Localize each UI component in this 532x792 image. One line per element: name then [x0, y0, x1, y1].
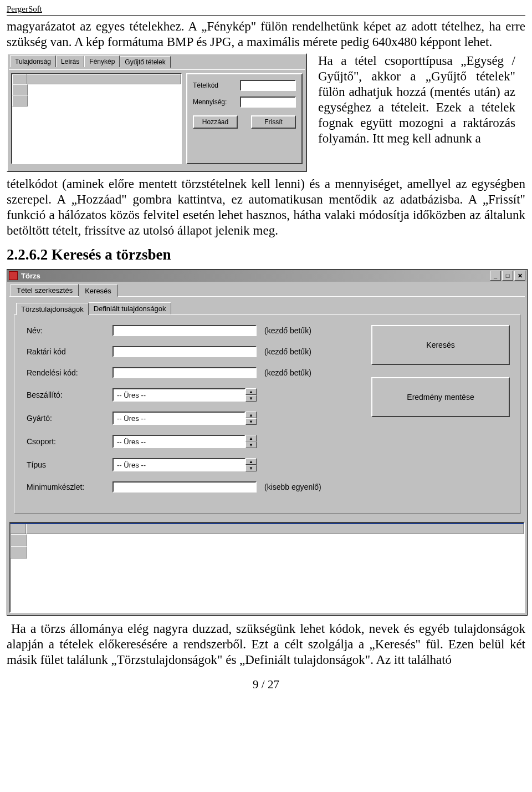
- paragraph-1-right: Ha a tétel csoporttípusa „Egység / Gyűjt…: [318, 53, 515, 146]
- page-number: 9 / 27: [7, 678, 525, 692]
- window-torzs: Törzs _ □ ✕ Tétel szerkesztés Keresés Tö…: [7, 269, 528, 616]
- label-tetelkod: Tételkód: [193, 82, 240, 89]
- tab-leiras[interactable]: Leírás: [56, 55, 84, 67]
- combo-csoport[interactable]: -- Üres -- ▲▼: [112, 435, 257, 448]
- app-icon: [9, 271, 18, 280]
- input-rendelesi-kod[interactable]: [112, 367, 257, 378]
- hint-minimumkeszlet: (kisebb egyenlő): [264, 483, 321, 491]
- spin-down-icon[interactable]: ▼: [245, 395, 257, 402]
- combo-beszallito[interactable]: -- Üres -- ▲▼: [112, 388, 257, 402]
- page-header: PergerSoft: [7, 4, 525, 16]
- grid-row-1[interactable]: [12, 84, 28, 95]
- button-frissit[interactable]: Frissít: [251, 115, 296, 129]
- heading-2-2-6-2: 2.2.6.2 Keresés a törzsben: [7, 246, 525, 263]
- input-nev[interactable]: [112, 325, 257, 336]
- spin-up-icon[interactable]: ▲: [245, 435, 257, 441]
- button-hozzaad[interactable]: Hozzáad: [193, 115, 238, 129]
- combo-tipus[interactable]: -- Üres -- ▲▼: [112, 458, 257, 471]
- search-form: Név: (kezdő betűk) Raktári kód (kezdő be…: [27, 325, 357, 502]
- grid2-row-1[interactable]: [11, 534, 27, 546]
- results-grid[interactable]: [9, 522, 525, 613]
- spin-up-icon[interactable]: ▲: [245, 412, 257, 418]
- paragraph-2: tételkódot (aminek előre mentett törzsté…: [7, 176, 525, 238]
- label-mennyiseg: Mennyiség:: [193, 98, 240, 106]
- panel1-tabrow: Tulajdonság Leírás Fénykép Gyűjtő tétele…: [9, 55, 305, 67]
- combo-gyarto-value: -- Üres --: [112, 412, 245, 425]
- paragraph-1: magyarázatot az egyes tételekhez. A „Fén…: [7, 19, 525, 50]
- tab-gyujto-tetelek[interactable]: Gyűjtő tételek: [120, 56, 170, 68]
- button-eredmeny-mentese[interactable]: Eredmény mentése: [371, 377, 510, 417]
- tab-kereses[interactable]: Keresés: [79, 285, 117, 297]
- input-mennyiseg[interactable]: [240, 97, 296, 108]
- label-gyarto: Gyártó:: [27, 414, 112, 423]
- combo-gyarto[interactable]: -- Üres -- ▲▼: [112, 412, 257, 425]
- tab-tetel-szerkesztes[interactable]: Tétel szerkesztés: [11, 284, 79, 296]
- spin-down-icon[interactable]: ▼: [245, 465, 257, 471]
- grid2-row-2[interactable]: [11, 546, 27, 559]
- maximize-button[interactable]: □: [502, 271, 513, 281]
- hint-nev: (kezdő betűk): [264, 326, 311, 335]
- grid2-col-1[interactable]: [26, 523, 524, 534]
- minimize-button[interactable]: _: [490, 271, 501, 281]
- close-button[interactable]: ✕: [514, 271, 525, 281]
- combo-csoport-value: -- Üres --: [112, 435, 245, 448]
- window-title: Törzs: [21, 272, 40, 280]
- spin-up-icon[interactable]: ▲: [245, 458, 257, 465]
- input-tetelkod[interactable]: [240, 80, 296, 91]
- grid-row-2[interactable]: [12, 95, 28, 106]
- combo-beszallito-value: -- Üres --: [112, 388, 245, 402]
- tab-definialt-tulajdonsagok[interactable]: Definiált tulajdonságok: [89, 302, 171, 314]
- tab-tulajdonsag[interactable]: Tulajdonság: [10, 55, 56, 67]
- panel1-grid[interactable]: [11, 73, 182, 164]
- panel-collector-items: Tulajdonság Leírás Fénykép Gyűjtő tétele…: [7, 53, 307, 172]
- hint-rendelesi-kod: (kezdő betűk): [264, 368, 311, 377]
- paragraph-3: Ha a törzs állománya elég nagyra duzzad,…: [7, 621, 525, 668]
- label-nev: Név:: [27, 326, 112, 335]
- input-raktari-kod[interactable]: [112, 346, 257, 357]
- label-rendelesi-kod: Rendelési kód:: [27, 368, 112, 377]
- panel1-side-form: Tételkód Mennyiség: Hozzáad Frissít: [186, 73, 303, 164]
- spin-down-icon[interactable]: ▼: [245, 418, 257, 425]
- label-tipus: Típus: [27, 460, 112, 469]
- label-raktari-kod: Raktári kód: [27, 347, 112, 356]
- titlebar[interactable]: Törzs _ □ ✕: [7, 270, 527, 282]
- tab-torzstulajdonsagok[interactable]: Törzstulajdonságok: [16, 303, 89, 315]
- spin-up-icon[interactable]: ▲: [245, 388, 257, 395]
- button-kereses[interactable]: Keresés: [371, 325, 510, 365]
- tab-fenykep[interactable]: Fénykép: [84, 55, 120, 67]
- input-minimumkeszlet[interactable]: [112, 481, 257, 493]
- combo-tipus-value: -- Üres --: [112, 458, 245, 471]
- hint-raktari-kod: (kezdő betűk): [264, 347, 311, 356]
- label-beszallito: Beszállító:: [27, 390, 112, 399]
- grid-corner: [12, 74, 27, 84]
- label-csoport: Csoport:: [27, 437, 112, 446]
- grid2-corner: [11, 523, 26, 534]
- spin-down-icon[interactable]: ▼: [245, 441, 257, 448]
- label-minimumkeszlet: Minimumkészlet:: [27, 483, 112, 491]
- grid-col-1[interactable]: [27, 74, 181, 84]
